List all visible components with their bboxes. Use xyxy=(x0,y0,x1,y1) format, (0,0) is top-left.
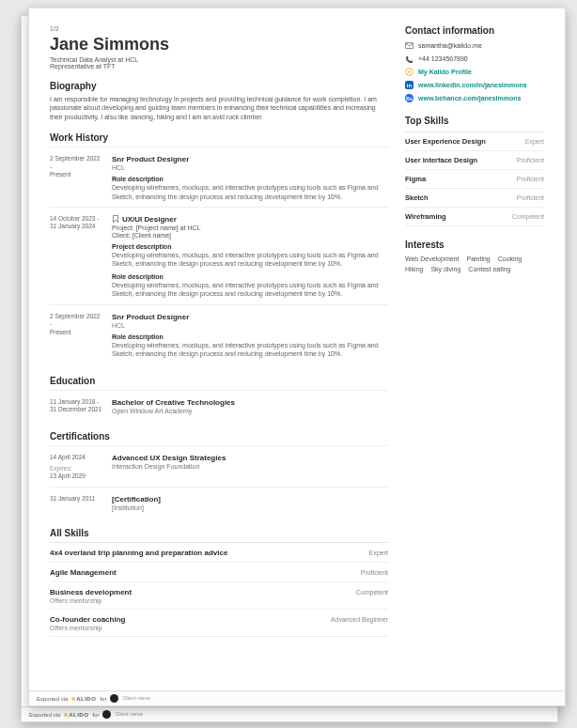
skill-level: Proficient xyxy=(361,568,388,576)
certification-title: [Certification] xyxy=(112,495,388,503)
client-logo-icon xyxy=(102,710,111,719)
expires-label: Expires: xyxy=(50,465,102,472)
for-label: for xyxy=(100,696,106,702)
top-skill-row: User Interface DesignProficient xyxy=(405,151,544,170)
top-skill-row: FigmaProficient xyxy=(405,170,544,189)
org-name: HCL xyxy=(112,164,388,171)
client-name: Client name xyxy=(122,696,149,702)
block-subheading: Project description xyxy=(112,243,388,250)
biography-text: I am responsible for managing technology… xyxy=(50,95,388,121)
role-title: Snr Product Designer xyxy=(112,313,189,321)
kalido-profile-link[interactable]: My Kalido Profile xyxy=(418,69,472,75)
export-footer: Exported via KALIDO for Client name xyxy=(29,690,565,705)
top-skill-name: User Interface Design xyxy=(405,156,477,164)
role-title: Snr Product Designer xyxy=(112,155,189,163)
date-end: 31 January 2024 xyxy=(50,223,102,230)
kalido-icon xyxy=(405,68,413,76)
date-start: 14 April 2024 xyxy=(50,454,102,461)
org-name: HCL xyxy=(112,322,388,329)
linkedin-icon: in xyxy=(405,81,413,89)
resume-page: 1/2 Jane Simmons Technical Data Analyst … xyxy=(28,8,566,706)
main-column: 1/2 Jane Simmons Technical Data Analyst … xyxy=(50,25,388,690)
date-end: 31 December 2021 xyxy=(50,406,102,413)
skill-level: Competent xyxy=(356,588,388,596)
date-start: 2 September 2022 - xyxy=(50,313,102,329)
date-end: Present xyxy=(50,329,102,336)
education-heading: Education xyxy=(50,376,388,386)
interest-tag: Sky diving xyxy=(430,266,460,272)
work-entry: 2 September 2022 - Present Snr Product D… xyxy=(50,147,388,207)
skill-level: Advanced Beginner xyxy=(331,615,388,623)
phone-value: +44 1234567890 xyxy=(418,55,468,62)
interest-tag: Cooking xyxy=(498,256,522,262)
job-title: Technical Data Analyst at HCL xyxy=(50,56,388,63)
education-entry: 11 January 2018 - 31 December 2021 Bache… xyxy=(50,390,388,420)
top-skill-level: Proficient xyxy=(517,176,544,182)
skill-name: Agile Management xyxy=(50,568,117,577)
behance-link[interactable]: www.behance.com/janesimmons xyxy=(418,95,521,101)
top-skill-name: Wireframing xyxy=(405,212,446,221)
skill-row: Agile Management Proficient xyxy=(50,563,388,582)
date-start: 11 January 2018 - xyxy=(50,398,102,406)
school-name: Open Window Art Academy xyxy=(112,408,388,414)
all-skills-list: 4x4 overland trip planning and preparati… xyxy=(50,542,388,637)
phone-icon xyxy=(405,54,413,63)
block-subheading: Role description xyxy=(112,333,388,340)
person-name: Jane Simmons xyxy=(50,36,388,54)
contact-list: samantha@kalido.me +44 1234567890 My Kal… xyxy=(405,41,544,102)
date-expires: 13 April 2029 xyxy=(50,472,102,480)
certification-entry: 14 April 2024 Expires: 13 April 2029 Adv… xyxy=(50,445,388,487)
for-label: for xyxy=(92,712,99,718)
role-title: UX/UI Designer xyxy=(122,215,177,224)
page-indicator: 1/2 xyxy=(50,25,388,32)
skill-name: Co-founder coaching xyxy=(50,615,125,624)
block-text: Developing wireframes, mockups, and inte… xyxy=(112,341,388,359)
top-skills-list: User Experience DesignExpert User Interf… xyxy=(405,132,544,226)
top-skill-name: Sketch xyxy=(405,194,429,202)
block-text: Developing wireframes, mockups, and inte… xyxy=(112,183,388,201)
work-history-heading: Work History xyxy=(50,132,388,143)
block-subheading: Role description xyxy=(112,176,388,182)
linkedin-link[interactable]: www.linkedin.com/in/janesimmons xyxy=(418,82,527,88)
date-end: Present xyxy=(50,171,102,178)
exported-via-label: Exported via xyxy=(29,712,60,718)
export-footer-background: Exported via KKALIDOALIDO for Client nam… xyxy=(22,706,557,721)
svg-point-2 xyxy=(408,70,410,72)
email-value[interactable]: samantha@kalido.me xyxy=(418,42,482,49)
top-skill-row: WireframingCompetent xyxy=(405,208,544,226)
top-skill-row: SketchProficient xyxy=(405,189,544,208)
interest-tag: Contest eating xyxy=(468,266,510,272)
kalido-brand: KALIDO xyxy=(71,696,96,702)
date-start: 2 September 2022 - xyxy=(50,155,102,171)
skill-row: 4x4 overland trip planning and preparati… xyxy=(50,543,388,563)
work-entry: 14 October 2023 - 31 January 2024 UX/UI … xyxy=(50,207,388,304)
skill-name: 4x4 overland trip planning and preparati… xyxy=(50,549,227,557)
certification-org: [Institution] xyxy=(112,504,388,511)
block-text: Developing wireframes, mockups, and inte… xyxy=(112,281,388,299)
top-skill-level: Expert xyxy=(525,138,544,145)
client-logo-icon xyxy=(110,694,118,703)
skill-sub: Offers mentorship xyxy=(50,597,132,604)
interests-tags: Web Development Painting Cooking Hiking … xyxy=(405,256,544,272)
top-skill-name: Figma xyxy=(405,175,426,183)
client-name: Client name xyxy=(115,712,142,718)
top-skill-level: Proficient xyxy=(517,194,544,201)
date-start: 14 October 2023 - xyxy=(50,215,102,223)
bookmark-icon xyxy=(112,215,118,223)
biography-heading: Biography xyxy=(50,81,388,91)
exported-via-label: Exported via xyxy=(37,696,68,702)
top-skill-level: Proficient xyxy=(517,157,544,163)
interest-tag: Painting xyxy=(466,256,490,262)
behance-icon: Be xyxy=(405,94,413,102)
top-skill-name: User Experience Design xyxy=(405,137,486,146)
top-skill-row: User Experience DesignExpert xyxy=(405,132,544,151)
skill-sub: Offers mentorship xyxy=(50,625,125,631)
project-line: Project: [Project name] at HCL xyxy=(112,225,388,231)
top-skills-heading: Top Skills xyxy=(405,116,544,126)
interest-tag: Web Development xyxy=(405,256,459,262)
date-start: 31 January 2011 xyxy=(50,495,102,503)
representative-line: Representative at TFT xyxy=(50,63,388,70)
email-icon xyxy=(405,41,413,50)
certification-entry: 31 January 2011 [Certification] [Institu… xyxy=(50,487,388,517)
interests-heading: Interests xyxy=(405,240,544,250)
